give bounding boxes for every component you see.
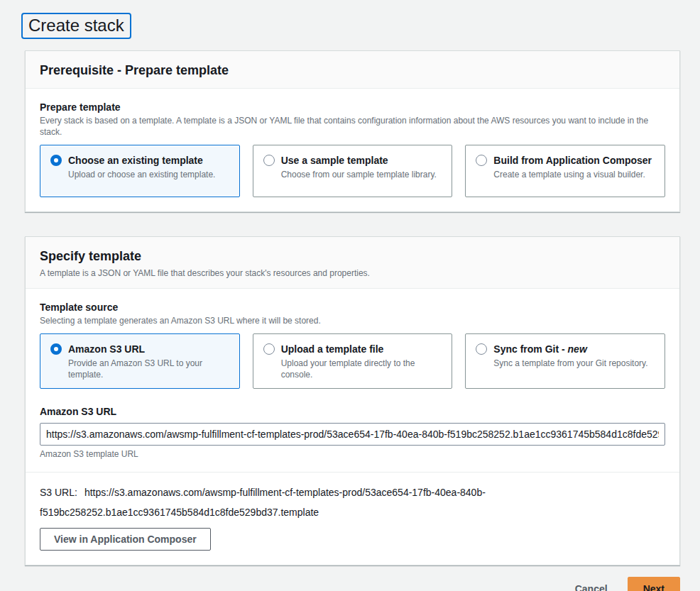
- prepare-template-description: Every stack is based on a template. A te…: [40, 115, 665, 138]
- option-description: Upload your template directly to the con…: [281, 358, 442, 380]
- new-badge-text: new: [568, 343, 587, 355]
- option-card-upload-template-file[interactable]: Upload a template file Upload your templ…: [253, 333, 453, 389]
- view-in-application-composer-button[interactable]: View in Application Composer: [40, 528, 211, 551]
- option-card-build-from-application-composer[interactable]: Build from Application Composer Create a…: [465, 145, 665, 197]
- option-label: Build from Application Composer: [493, 153, 652, 167]
- radio-icon[interactable]: [476, 155, 487, 166]
- option-card-choose-existing-template[interactable]: Choose an existing template Upload or ch…: [40, 145, 240, 197]
- template-source-description: Selecting a template generates an Amazon…: [40, 315, 665, 326]
- template-source-options: Amazon S3 URL Provide an Amazon S3 URL t…: [40, 333, 665, 389]
- amazon-s3-url-label: Amazon S3 URL: [40, 404, 665, 419]
- option-description: Provide an Amazon S3 URL to your templat…: [68, 358, 229, 380]
- radio-icon[interactable]: [263, 155, 275, 166]
- option-label: Amazon S3 URL: [68, 342, 229, 356]
- s3-url-display: S3 URL:https://s3.amazonaws.com/awsmp-fu…: [40, 482, 537, 522]
- prerequisite-panel: Prerequisite - Prepare template Prepare …: [25, 50, 680, 212]
- amazon-s3-url-input[interactable]: [40, 423, 665, 446]
- specify-template-panel-body: Template source Selecting a template gen…: [26, 289, 679, 565]
- radio-selected-icon[interactable]: [50, 343, 62, 355]
- prerequisite-panel-title: Prerequisite - Prepare template: [40, 62, 665, 79]
- specify-template-panel-header: Specify template A template is a JSON or…: [26, 237, 679, 289]
- option-label: Use a sample template: [281, 153, 437, 167]
- radio-icon[interactable]: [476, 343, 487, 355]
- prepare-template-options: Choose an existing template Upload or ch…: [40, 145, 665, 197]
- specify-template-description: A template is a JSON or YAML file that d…: [40, 267, 665, 279]
- specify-template-panel: Specify template A template is a JSON or…: [25, 236, 680, 565]
- prerequisite-panel-header: Prerequisite - Prepare template: [26, 51, 679, 89]
- s3-url-display-label: S3 URL:: [40, 487, 77, 498]
- option-card-amazon-s3-url[interactable]: Amazon S3 URL Provide an Amazon S3 URL t…: [40, 333, 240, 389]
- footer-actions: Cancel Next: [25, 577, 680, 591]
- option-description: Create a template using a visual builder…: [493, 169, 652, 180]
- prepare-template-label: Prepare template: [40, 100, 665, 114]
- option-card-sync-from-git[interactable]: Sync from Git - new Sync a template from…: [465, 333, 665, 389]
- radio-selected-icon[interactable]: [50, 155, 62, 166]
- page-title: Create stack: [21, 13, 131, 39]
- amazon-s3-url-hint: Amazon S3 template URL: [40, 449, 665, 459]
- template-source-label: Template source: [40, 300, 665, 314]
- radio-icon[interactable]: [263, 343, 275, 355]
- specify-template-title: Specify template: [40, 248, 665, 265]
- option-label: Choose an existing template: [68, 153, 215, 167]
- option-description: Upload or choose an existing template.: [68, 169, 215, 180]
- option-description: Choose from our sample template library.: [281, 169, 437, 180]
- create-stack-page: Create stack Prerequisite - Prepare temp…: [25, 13, 680, 591]
- prerequisite-panel-body: Prepare template Every stack is based on…: [26, 89, 679, 211]
- option-description: Sync a template from your Git repository…: [493, 358, 647, 369]
- option-label: Upload a template file: [281, 342, 442, 356]
- option-card-use-sample-template[interactable]: Use a sample template Choose from our sa…: [253, 145, 453, 197]
- section-divider: [26, 472, 679, 473]
- option-label: Sync from Git - new: [493, 342, 647, 356]
- next-button[interactable]: Next: [628, 577, 680, 591]
- s3-url-display-value: https://s3.amazonaws.com/awsmp-fulfillme…: [40, 487, 486, 518]
- cancel-button[interactable]: Cancel: [575, 583, 608, 591]
